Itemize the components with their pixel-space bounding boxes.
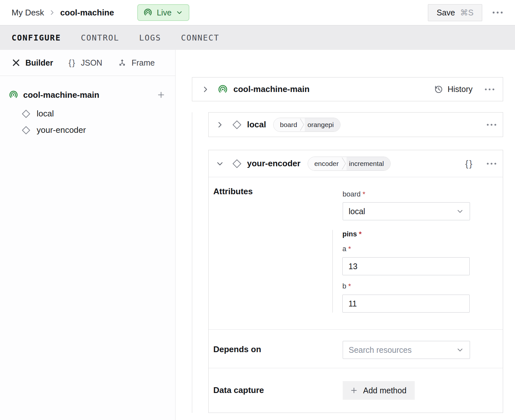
badge-separator-icon (300, 118, 305, 132)
add-method-label: Add method (363, 386, 407, 395)
board-label: board* (343, 190, 470, 198)
frame-axes-icon (118, 58, 127, 67)
sidebar-view-tabs: Builder {} JSON Frame (0, 50, 175, 76)
local-card-menu-button[interactable] (486, 121, 497, 129)
viewtab-builder-label: Builder (25, 58, 53, 68)
diamond-icon (21, 109, 31, 119)
encoder-component-card: your-encoder encoder incremental {} (208, 150, 503, 413)
content-area: Builder {} JSON Frame cool-machine-main (0, 50, 515, 420)
viewtab-frame-label: Frame (131, 58, 155, 68)
pin-a-label-text: a (342, 245, 346, 253)
save-label: Save (437, 8, 455, 17)
history-button[interactable]: History (434, 85, 473, 94)
required-asterisk: * (348, 245, 351, 253)
crossed-tools-icon (12, 58, 21, 67)
diamond-icon (21, 125, 31, 135)
viewtab-builder[interactable]: Builder (12, 58, 53, 68)
attributes-section: Attributes board* local (209, 177, 503, 329)
badge-type: board (274, 118, 300, 132)
plus-icon (350, 386, 358, 395)
pin-a-label: a* (342, 245, 470, 253)
attributes-heading: Attributes (213, 187, 343, 313)
required-asterisk: * (363, 190, 366, 198)
encoder-card-menu-button[interactable] (486, 160, 497, 168)
attributes-fields: board* local pins* (343, 187, 470, 313)
local-card-title: local (247, 120, 266, 130)
collapse-chevron-down-icon[interactable] (214, 158, 225, 169)
tree-item-your-encoder[interactable]: your-encoder (21, 125, 167, 135)
depends-on-heading: Depends on (213, 345, 343, 359)
pin-b-label: b* (342, 282, 470, 290)
pins-label: pins* (342, 230, 470, 238)
badge-model: incremental (347, 157, 391, 170)
pins-label-text: pins (342, 230, 357, 238)
pins-group: pins* a* b* (332, 230, 470, 313)
breadcrumb: My Desk cool-machine (12, 8, 114, 18)
diamond-icon (232, 159, 242, 169)
encoder-card-title: your-encoder (247, 159, 301, 169)
component-type-badge: board orangepi (273, 118, 340, 132)
tree-item-local[interactable]: local (21, 109, 167, 119)
resource-tree: cool-machine-main local your-encoder (0, 76, 175, 135)
add-method-button[interactable]: Add method (343, 381, 415, 400)
tab-logs[interactable]: LOGS (139, 33, 161, 42)
save-button[interactable]: Save ⌘S (428, 4, 482, 21)
viewtab-json-label: JSON (81, 58, 103, 68)
expand-chevron-right-icon[interactable] (200, 84, 211, 95)
save-shortcut: ⌘S (460, 8, 474, 17)
viewtab-json[interactable]: {} JSON (68, 58, 102, 68)
machine-card-menu-button[interactable] (484, 86, 495, 93)
expand-chevron-right-icon[interactable] (214, 119, 225, 130)
tab-connect[interactable]: CONNECT (181, 33, 219, 42)
history-label: History (447, 85, 473, 94)
badge-separator-icon (341, 157, 347, 170)
depends-on-section: Depends on (209, 329, 503, 368)
header-overflow-menu-button[interactable] (492, 9, 503, 16)
board-select-value: local (349, 207, 365, 216)
broadcast-icon (217, 84, 228, 95)
required-asterisk: * (348, 282, 351, 290)
config-main: cool-machine-main History local (176, 50, 515, 420)
curly-braces-icon: {} (68, 58, 76, 68)
required-asterisk: * (359, 230, 362, 238)
chevron-down-icon (176, 9, 183, 16)
board-select[interactable]: local (343, 202, 470, 220)
top-header: My Desk cool-machine Live Save ⌘S (0, 0, 515, 25)
machine-card-title: cool-machine-main (233, 84, 310, 94)
component-type-badge: encoder incremental (308, 157, 391, 171)
local-component-card: local board orangepi (208, 112, 503, 137)
badge-type: encoder (308, 157, 341, 170)
machine-main-card: cool-machine-main History (192, 77, 503, 101)
board-label-text: board (343, 190, 361, 198)
search-resources-input[interactable] (349, 345, 456, 355)
add-component-button[interactable] (155, 89, 167, 101)
data-capture-section: Data capture Add method (209, 368, 503, 413)
broadcast-icon (8, 90, 19, 100)
component-cards-rail: local board orangepi (192, 112, 503, 413)
viewtab-frame[interactable]: Frame (118, 58, 155, 68)
pin-b-label-text: b (342, 282, 346, 290)
badge-model: orangepi (305, 118, 340, 132)
encoder-card-header: your-encoder encoder incremental {} (209, 150, 503, 177)
depends-on-search-select[interactable] (343, 341, 470, 359)
tree-item-machine-main[interactable]: cool-machine-main (8, 87, 167, 102)
page-tabbar: CONFIGURE CONTROL LOGS CONNECT (0, 25, 515, 50)
pin-a-input[interactable] (342, 257, 470, 275)
breadcrumb-current: cool-machine (60, 8, 114, 18)
machine-status-live-button[interactable]: Live (137, 4, 189, 21)
chevron-down-icon (456, 207, 464, 215)
history-icon (434, 85, 443, 94)
config-sidebar: Builder {} JSON Frame cool-machine-main (0, 50, 176, 420)
breadcrumb-root[interactable]: My Desk (12, 8, 44, 18)
edit-json-braces-button[interactable]: {} (464, 158, 474, 169)
data-capture-heading: Data capture (213, 386, 343, 400)
pin-b-input[interactable] (342, 295, 470, 313)
diamond-icon (232, 120, 242, 130)
live-label: Live (157, 8, 172, 17)
tree-item-label: cool-machine-main (23, 90, 99, 100)
tab-configure[interactable]: CONFIGURE (12, 33, 61, 42)
board-field: board* local (343, 190, 470, 220)
tree-item-label: local (37, 109, 54, 119)
tab-control[interactable]: CONTROL (81, 33, 119, 42)
tree-item-label: your-encoder (37, 125, 86, 135)
